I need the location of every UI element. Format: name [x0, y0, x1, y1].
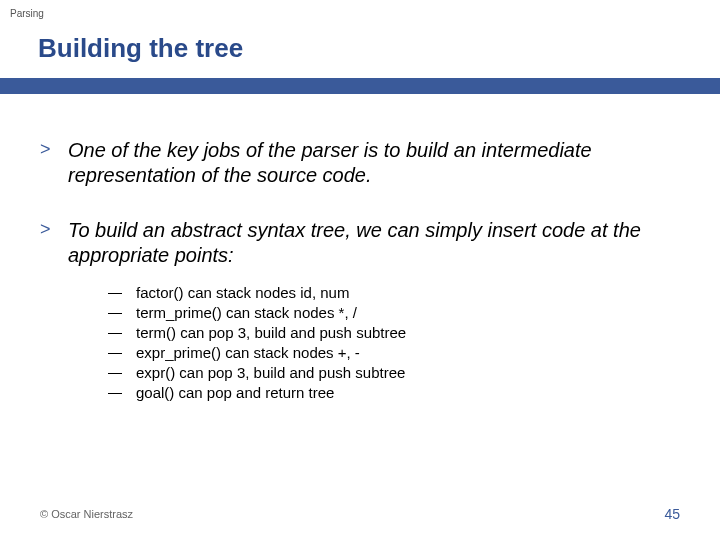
sub-bullet-item: — factor() can stack nodes id, num [108, 284, 678, 301]
bullet-item: > To build an abstract syntax tree, we c… [40, 218, 678, 268]
angle-bullet-icon: > [40, 218, 68, 268]
dash-bullet-icon: — [108, 344, 136, 361]
copyright-text: © Oscar Nierstrasz [40, 508, 133, 520]
sub-bullet-item: — expr() can pop 3, build and push subtr… [108, 364, 678, 381]
sub-bullet-text: expr_prime() can stack nodes +, - [136, 344, 360, 361]
sub-bullet-text: goal() can pop and return tree [136, 384, 334, 401]
slide-title: Building the tree [38, 33, 720, 64]
title-band: Building the tree [0, 23, 720, 78]
divider-band [0, 78, 720, 94]
sub-bullet-text: expr() can pop 3, build and push subtree [136, 364, 405, 381]
sub-bullet-item: — term_prime() can stack nodes *, / [108, 304, 678, 321]
footer: © Oscar Nierstrasz 45 [40, 506, 680, 522]
sub-bullet-item: — term() can pop 3, build and push subtr… [108, 324, 678, 341]
bullet-text: To build an abstract syntax tree, we can… [68, 218, 678, 268]
content-area: > One of the key jobs of the parser is t… [0, 94, 720, 401]
sub-bullet-text: term() can pop 3, build and push subtree [136, 324, 406, 341]
dash-bullet-icon: — [108, 304, 136, 321]
dash-bullet-icon: — [108, 364, 136, 381]
bullet-text: One of the key jobs of the parser is to … [68, 138, 678, 188]
angle-bullet-icon: > [40, 138, 68, 188]
page-number: 45 [664, 506, 680, 522]
sub-bullet-text: factor() can stack nodes id, num [136, 284, 349, 301]
bullet-item: > One of the key jobs of the parser is t… [40, 138, 678, 188]
sub-bullet-item: — expr_prime() can stack nodes +, - [108, 344, 678, 361]
topic-label: Parsing [0, 0, 720, 23]
slide: Parsing Building the tree > One of the k… [0, 0, 720, 540]
dash-bullet-icon: — [108, 384, 136, 401]
dash-bullet-icon: — [108, 284, 136, 301]
sub-bullet-list: — factor() can stack nodes id, num — ter… [40, 284, 678, 401]
dash-bullet-icon: — [108, 324, 136, 341]
sub-bullet-item: — goal() can pop and return tree [108, 384, 678, 401]
sub-bullet-text: term_prime() can stack nodes *, / [136, 304, 357, 321]
